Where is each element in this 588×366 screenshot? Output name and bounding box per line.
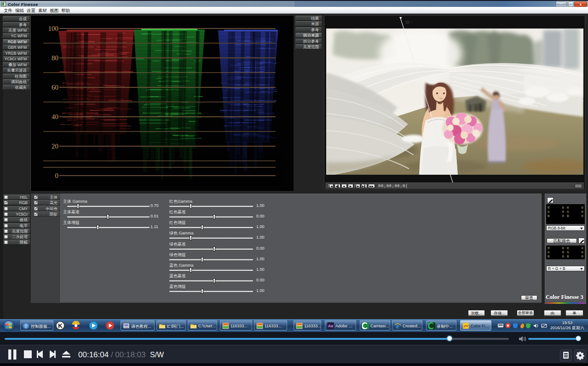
svg-text:░░···: ░░··· bbox=[405, 21, 412, 24]
svg-text:Ae: Ae bbox=[328, 324, 334, 328]
svg-text:e: e bbox=[396, 322, 399, 329]
svg-text:K: K bbox=[58, 322, 63, 329]
svg-text:80: 80 bbox=[52, 54, 58, 62]
svg-text:0: 0 bbox=[55, 172, 59, 179]
svg-text:60: 60 bbox=[52, 84, 58, 91]
svg-text:40: 40 bbox=[52, 113, 58, 120]
svg-text:100: 100 bbox=[48, 25, 59, 32]
svg-text:20: 20 bbox=[52, 143, 58, 150]
